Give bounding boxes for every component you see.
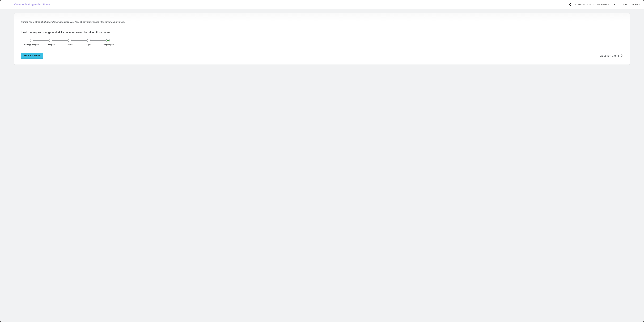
likert-label: Strongly disagree [24, 44, 39, 46]
radio-icon [87, 39, 91, 42]
progress-text: Question 1 of 6 [600, 54, 619, 58]
likert-label: Neutral [67, 44, 73, 46]
instruction-text: Select the option that best describes ho… [21, 20, 623, 24]
nav-edit[interactable]: EDIT [614, 3, 619, 6]
likert-option-neutral[interactable]: Neutral [60, 39, 79, 46]
likert-option-strongly-disagree[interactable]: Strongly disagree [22, 39, 41, 46]
nav-course-label: COMMUNICATING UNDER STRESS [575, 3, 609, 6]
likert-option-strongly-agree[interactable]: Strongly agree [98, 39, 118, 46]
likert-label: Strongly agree [102, 44, 114, 46]
radio-icon [68, 39, 72, 42]
nav-menu: COMMUNICATING UNDER STRESS EDIT ADD MORE [568, 3, 640, 6]
back-button[interactable] [568, 3, 572, 6]
app-viewport: Communicating under Stress COMMUNICATING… [0, 0, 644, 322]
likert-scale: Strongly disagree Disagree Neutral Agree… [22, 39, 118, 46]
chevron-left-icon [569, 3, 571, 6]
submit-button[interactable]: Submit answer [21, 53, 43, 59]
caret-down-icon [628, 4, 628, 5]
content-area: Select the option that best describes ho… [0, 9, 644, 322]
top-bar: Communicating under Stress COMMUNICATING… [0, 0, 644, 9]
page-title: Communicating under Stress [14, 3, 50, 6]
nav-course-dropdown[interactable]: COMMUNICATING UNDER STRESS [575, 3, 611, 6]
radio-icon [30, 39, 34, 42]
question-progress: Question 1 of 6 [600, 54, 623, 58]
nav-add-label: ADD [622, 3, 627, 6]
radio-icon [49, 39, 52, 42]
chevron-right-icon [621, 54, 623, 57]
caret-down-icon [610, 4, 611, 5]
question-text: I feel that my knowledge and skills have… [21, 31, 623, 34]
nav-edit-label: EDIT [614, 3, 619, 6]
question-card: Select the option that best describes ho… [14, 14, 630, 64]
likert-label: Disagree [47, 44, 54, 46]
card-footer: Submit answer Question 1 of 6 [21, 53, 623, 59]
radio-selected-icon [106, 39, 110, 42]
nav-more-label: MORE [632, 3, 638, 6]
caret-down-icon [639, 4, 640, 5]
likert-option-agree[interactable]: Agree [79, 39, 98, 46]
nav-add-dropdown[interactable]: ADD [622, 3, 628, 6]
likert-label: Agree [86, 44, 92, 46]
next-question-button[interactable] [620, 54, 623, 57]
likert-option-disagree[interactable]: Disagree [41, 39, 60, 46]
nav-more-dropdown[interactable]: MORE [632, 3, 640, 6]
